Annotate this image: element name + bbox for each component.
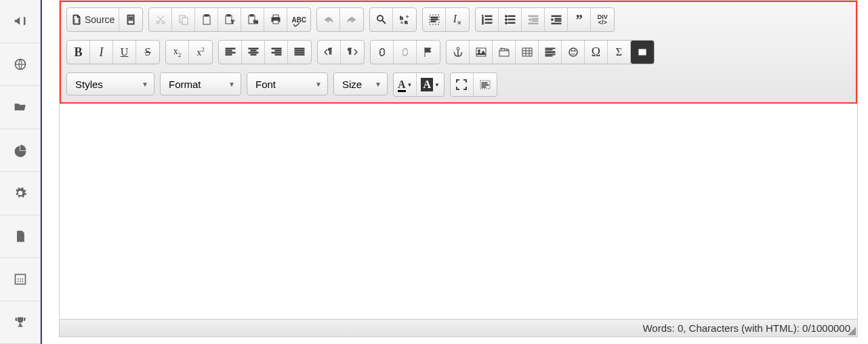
- select-all-button[interactable]: [423, 8, 446, 31]
- svg-rect-42: [555, 20, 561, 22]
- remove-format-button[interactable]: I✕: [446, 8, 469, 31]
- italic-button[interactable]: I: [90, 41, 113, 64]
- cut-button[interactable]: [149, 8, 172, 31]
- sidebar-item-calendar[interactable]: [0, 258, 40, 301]
- numbered-list-button[interactable]: 123: [476, 8, 499, 31]
- align-left-button[interactable]: [219, 41, 242, 64]
- subscript-button[interactable]: x2: [166, 41, 189, 64]
- print-button[interactable]: [264, 8, 287, 31]
- sidebar-item-chart[interactable]: [0, 129, 40, 173]
- size-dropdown[interactable]: Size▼: [333, 72, 388, 95]
- table-button[interactable]: [516, 41, 539, 64]
- paste-button[interactable]: [195, 8, 218, 31]
- show-blocks-button[interactable]: [474, 73, 497, 96]
- smiley-button[interactable]: [562, 41, 585, 64]
- math-button[interactable]: Σ: [608, 41, 631, 64]
- svg-point-17: [377, 16, 383, 21]
- resize-grip[interactable]: [848, 327, 856, 335]
- svg-rect-78: [482, 85, 489, 85]
- align-right-button[interactable]: [265, 41, 288, 64]
- bg-color-button[interactable]: A▼: [417, 73, 443, 96]
- blockquote-button[interactable]: ”: [568, 8, 591, 31]
- maximize-button[interactable]: [451, 73, 474, 96]
- hr-button[interactable]: [539, 41, 562, 64]
- ltr-button[interactable]: ¶: [318, 41, 341, 64]
- sidebar-item-settings[interactable]: [0, 172, 40, 215]
- bg-color-icon: A: [421, 78, 433, 91]
- anchor-link-button[interactable]: [447, 41, 470, 64]
- svg-rect-59: [295, 54, 304, 56]
- svg-rect-56: [295, 48, 304, 49]
- bold-icon: B: [74, 45, 82, 60]
- bold-button[interactable]: B: [67, 41, 90, 64]
- iframe-icon: [637, 47, 648, 58]
- source-button[interactable]: Source: [67, 8, 119, 31]
- svg-rect-66: [522, 48, 532, 56]
- svg-rect-75: [638, 49, 646, 56]
- sidebar-item-trophy[interactable]: [0, 301, 40, 345]
- svg-rect-41: [555, 18, 561, 20]
- copy-button[interactable]: [172, 8, 195, 31]
- indent-button[interactable]: [545, 8, 568, 31]
- undo-button[interactable]: [317, 8, 340, 31]
- paste-text-icon: T: [224, 14, 235, 25]
- text-color-icon: A: [398, 79, 406, 91]
- align-center-icon: [248, 47, 259, 58]
- caret-icon: ▼: [142, 81, 148, 88]
- redo-button[interactable]: [340, 8, 363, 31]
- div-container-button[interactable]: DIV</>: [591, 8, 614, 31]
- text-color-button[interactable]: A▼: [394, 73, 417, 96]
- unlink-button[interactable]: [394, 41, 417, 64]
- svg-rect-52: [272, 48, 281, 49]
- underline-button[interactable]: U: [113, 41, 136, 64]
- svg-rect-23: [431, 21, 436, 22]
- spellcheck-button[interactable]: ABC: [287, 8, 310, 31]
- word-count: Words: 0, Characters (with HTML): 0/1000…: [642, 322, 850, 334]
- svg-text:T: T: [231, 19, 234, 25]
- anchor-button[interactable]: [417, 41, 440, 64]
- editor-content[interactable]: [60, 104, 857, 319]
- image-button[interactable]: [470, 41, 493, 64]
- page-icon: [125, 14, 136, 25]
- svg-rect-48: [249, 48, 258, 49]
- svg-point-62: [457, 47, 459, 50]
- video-button[interactable]: [493, 41, 516, 64]
- strike-button[interactable]: S: [136, 41, 159, 64]
- sidebar-item-globe[interactable]: [0, 43, 40, 87]
- bullet-list-button[interactable]: [499, 8, 522, 31]
- ol-icon: 123: [482, 14, 493, 25]
- calendar-icon: [14, 272, 27, 286]
- omega-icon: Ω: [592, 45, 600, 60]
- rtl-button[interactable]: ¶: [341, 41, 364, 64]
- svg-rect-37: [532, 18, 538, 20]
- iframe-button[interactable]: [631, 41, 654, 64]
- svg-rect-49: [251, 50, 256, 51]
- replace-button[interactable]: ba: [393, 8, 416, 31]
- paste-text-button[interactable]: T: [218, 8, 241, 31]
- font-dropdown[interactable]: Font▼: [247, 72, 328, 95]
- paste-icon: [201, 14, 212, 25]
- svg-rect-14: [273, 15, 278, 18]
- svg-rect-77: [482, 83, 487, 83]
- paste-word-button[interactable]: W: [241, 8, 264, 31]
- sidebar-item-folder[interactable]: [0, 86, 40, 129]
- align-center-button[interactable]: [242, 41, 265, 64]
- superscript-button[interactable]: x2: [189, 41, 212, 64]
- svg-text:¶: ¶: [348, 47, 352, 55]
- align-justify-button[interactable]: [288, 41, 311, 64]
- bullhorn-icon: [14, 14, 27, 28]
- sidebar-item-announce[interactable]: [0, 0, 40, 43]
- special-char-button[interactable]: Ω: [585, 41, 608, 64]
- svg-rect-47: [226, 54, 232, 56]
- link-button[interactable]: [371, 41, 394, 64]
- svg-rect-29: [485, 22, 492, 24]
- cut-icon: [155, 14, 166, 25]
- sidebar-item-document[interactable]: [0, 215, 40, 259]
- format-dropdown[interactable]: Format▼: [160, 72, 241, 95]
- styles-dropdown[interactable]: Styles▼: [66, 72, 154, 95]
- new-page-button[interactable]: [119, 8, 142, 31]
- outdent-button[interactable]: [522, 8, 545, 31]
- redo-icon: [346, 14, 357, 25]
- find-button[interactable]: [370, 8, 393, 31]
- copy-icon: [178, 14, 189, 25]
